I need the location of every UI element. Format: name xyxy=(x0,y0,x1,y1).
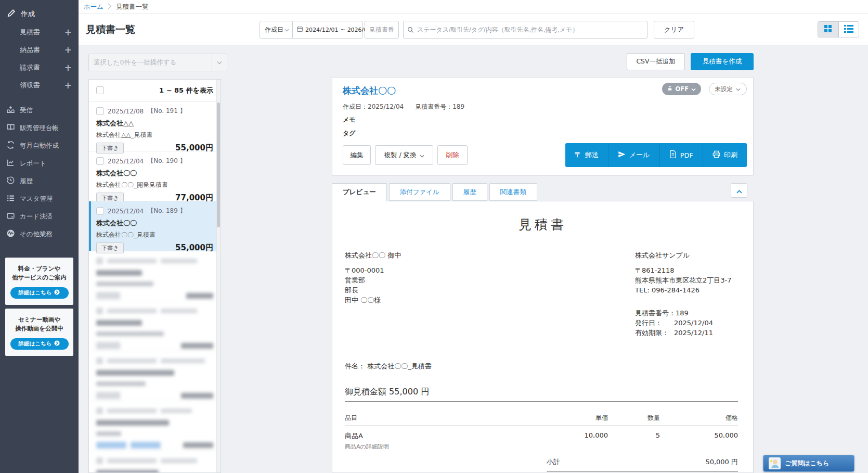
header-bar: 見積書一覧 作成日 2024/12/01 ~ 2026/01/31 クリア xyxy=(79,14,868,45)
item-date: 2025/12/04 xyxy=(108,208,144,215)
print-button[interactable]: 印刷 xyxy=(703,143,747,167)
search-input[interactable] xyxy=(403,21,647,39)
list-item-blurred[interactable] xyxy=(89,401,221,451)
document-total-amount: 御見積金額 55,000 円 xyxy=(345,387,429,398)
duplicate-convert-button[interactable]: 複製 / 変換 xyxy=(375,145,433,165)
chevron-down-icon xyxy=(420,151,424,159)
collapse-preview-button[interactable] xyxy=(731,183,747,198)
promo-plans-detail-button[interactable]: 詳細はこちら xyxy=(10,287,69,299)
sidebar-item-inbox[interactable]: 受信 xyxy=(0,101,79,119)
date-type-select[interactable]: 作成日 xyxy=(260,21,293,39)
plus-icon[interactable]: + xyxy=(64,27,72,37)
tab-related-docs[interactable]: 関連書類 xyxy=(489,183,537,201)
lock-toggle[interactable]: OFF xyxy=(662,83,702,95)
list-view-icon xyxy=(844,24,853,35)
item-company: 株式会社△△ xyxy=(96,119,213,128)
subtotal-row: 小計 50,000 円 xyxy=(547,457,738,472)
sidebar-create-label: 作成 xyxy=(21,9,35,19)
expiry-value: 2025/12/11 xyxy=(674,328,713,338)
sidebar-item-master[interactable]: マスタ管理 xyxy=(0,190,79,208)
help-chat-button[interactable]: ご質問はこちら xyxy=(763,455,854,472)
sidebar-item-quote[interactable]: 見積書 + xyxy=(0,23,79,41)
list-item-blurred[interactable] xyxy=(89,451,221,473)
postal-mail-button[interactable]: 〒 郵送 xyxy=(565,143,608,167)
list-item[interactable]: 2025/12/08 【No. 191 】 株式会社△△ 株式会社△△_見積書 … xyxy=(89,101,221,151)
line-item-description: 商品Aの詳細説明 xyxy=(345,443,551,451)
sidebar-item-history[interactable]: 履歴 xyxy=(0,172,79,190)
sidebar-item-monthly-auto[interactable]: 毎月自動作成 xyxy=(0,137,79,155)
sidebar-item-receipt[interactable]: 領収書 + xyxy=(0,76,79,94)
chevron-down-icon xyxy=(284,26,289,33)
main-content: 選択した0件を一括操作する CSV一括追加 見積書を作成 1 ~ 85 件を表示… xyxy=(79,45,868,473)
email-button[interactable]: メール xyxy=(608,143,659,167)
edit-button[interactable]: 編集 xyxy=(343,145,371,165)
issuer-zip: 〒861-2118 xyxy=(635,265,732,275)
clear-filters-button[interactable]: クリア xyxy=(654,21,694,39)
breadcrumb: ホーム 見積書一覧 xyxy=(79,0,868,14)
subtotal-value: 50,000 円 xyxy=(705,457,738,467)
sidebar-item-sales-ledger[interactable]: 販売管理台帳 xyxy=(0,119,79,137)
promo-seminar-line2: 操作動画を公開中 xyxy=(8,324,70,333)
date-range-picker[interactable]: 2024/12/01 ~ 2026/01/31 xyxy=(293,21,362,39)
sidebar-item-create[interactable]: 作成 xyxy=(0,0,79,19)
select-all-checkbox[interactable] xyxy=(96,86,104,94)
pencil-icon xyxy=(7,9,16,19)
sidebar-card-label: カード決済 xyxy=(20,212,53,221)
expiry-label: 有効期限： xyxy=(635,328,674,338)
pdf-button[interactable]: PDF xyxy=(659,143,703,167)
row-checkbox[interactable] xyxy=(96,107,104,115)
preview-panel: 見積書 株式会社〇〇 御中 〒000-0001 営業部 部長 田中 〇〇様 株式… xyxy=(332,201,754,473)
chevron-down-icon xyxy=(212,54,222,71)
list-count: 1 ~ 85 件を表示 xyxy=(159,86,213,95)
row-checkbox[interactable] xyxy=(96,157,104,165)
list-item-blurred[interactable] xyxy=(89,251,221,301)
quote-number-input[interactable] xyxy=(365,21,399,39)
status-select[interactable]: 未設定 xyxy=(709,83,747,95)
tab-history[interactable]: 履歴 xyxy=(452,183,487,201)
col-header-price: 価格 xyxy=(660,414,738,423)
sidebar-item-invoice[interactable]: 請求書 + xyxy=(0,59,79,76)
plus-icon[interactable]: + xyxy=(64,62,72,73)
promo-seminar-detail-button[interactable]: 詳細はこちら xyxy=(10,338,69,350)
inbox-icon xyxy=(6,105,15,116)
csv-bulk-add-button[interactable]: CSV一括追加 xyxy=(627,53,685,70)
document-subject: 件名： 株式会社〇〇_見積書 xyxy=(345,362,432,371)
date-from-value: 2024/12/01 xyxy=(305,27,338,33)
tab-attachments[interactable]: 添付ファイル xyxy=(389,183,450,201)
list-scrollbar[interactable] xyxy=(216,80,221,472)
list-item-blurred[interactable] xyxy=(89,301,221,351)
pdf-document-icon xyxy=(669,150,677,160)
bulk-action-select[interactable]: 選択した0件を一括操作する xyxy=(88,54,227,71)
list-item[interactable]: 2025/12/04 【No. 190 】 株式会社〇〇 株式会社〇〇_開発見積… xyxy=(89,151,221,201)
list-item-selected[interactable]: 2025/12/04 【No. 189 】 株式会社〇〇 株式会社〇〇_見積書 … xyxy=(89,201,221,251)
create-quote-button[interactable]: 見積書を作成 xyxy=(691,53,754,70)
sidebar-other-label: その他業務 xyxy=(20,230,53,239)
item-date: 2025/12/08 xyxy=(108,108,144,115)
list-view-button[interactable] xyxy=(838,22,859,37)
preview-tabs: プレビュー 添付ファイル 履歴 関連書類 xyxy=(332,183,537,201)
chevron-down-icon xyxy=(736,85,741,93)
item-number: 【No. 190 】 xyxy=(147,157,186,165)
plus-icon[interactable]: + xyxy=(64,80,72,91)
scrollbar-thumb[interactable] xyxy=(217,103,220,227)
delete-button[interactable]: 削除 xyxy=(437,145,468,165)
recipient-block: 株式会社〇〇 御中 〒000-0001 営業部 部長 田中 〇〇様 xyxy=(345,250,401,305)
sidebar-item-card-payment[interactable]: カード決済 xyxy=(0,208,79,225)
sidebar-monthly-auto-label: 毎月自動作成 xyxy=(20,142,59,150)
detail-created-date: 作成日：2025/12/04 xyxy=(343,103,404,111)
sidebar-delivery-label: 納品書 xyxy=(20,45,40,55)
issuer-tel: TEL: 096-284-1426 xyxy=(635,285,732,295)
assistant-avatar xyxy=(769,457,781,469)
plus-icon[interactable]: + xyxy=(64,45,72,55)
sidebar-report-label: レポート xyxy=(20,159,46,168)
sidebar-item-other[interactable]: その他業務 xyxy=(0,225,79,243)
item-date: 2025/12/04 xyxy=(108,158,144,165)
list-item-blurred[interactable] xyxy=(89,351,221,401)
tab-preview[interactable]: プレビュー xyxy=(332,183,387,201)
sidebar-item-delivery[interactable]: 納品書 + xyxy=(0,41,79,59)
row-checkbox[interactable] xyxy=(96,207,104,215)
detail-company-link[interactable]: 株式会社〇〇 xyxy=(343,85,396,97)
grid-view-button[interactable] xyxy=(818,22,838,37)
breadcrumb-home-link[interactable]: ホーム xyxy=(84,3,103,11)
sidebar-item-report[interactable]: レポート xyxy=(0,155,79,172)
